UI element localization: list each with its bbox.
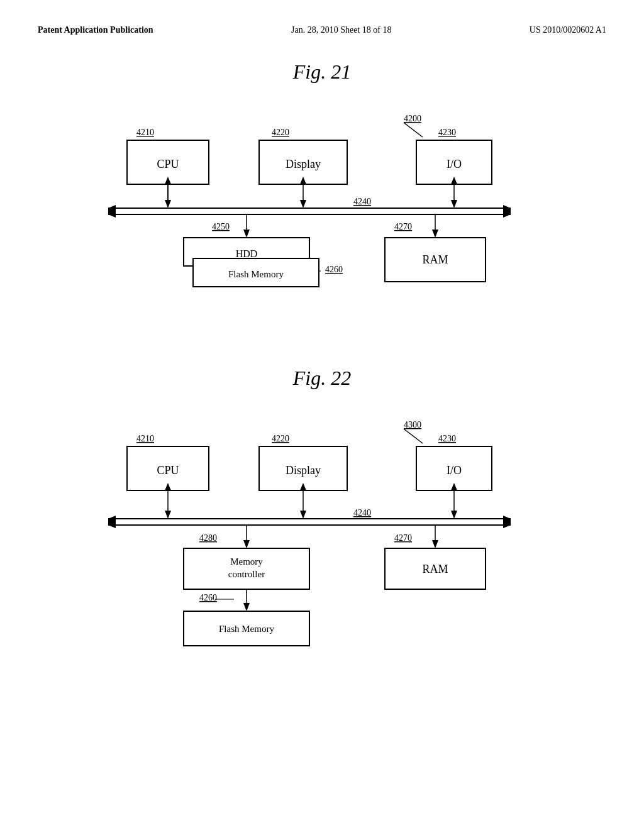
fig22-memctrl-label2: controller <box>228 569 265 579</box>
fig21-hdd-label: HDD <box>236 248 258 259</box>
fig21-diagram: 4200 CPU 4210 Display 4220 I/O 4230 <box>102 102 542 310</box>
fig21-cpu-label: CPU <box>157 158 179 170</box>
svg-marker-27 <box>451 511 457 519</box>
fig21-ref-4260a: 4260 <box>325 265 343 274</box>
svg-marker-34 <box>243 540 250 548</box>
svg-marker-5 <box>300 200 306 208</box>
fig22-diagram: 4300 CPU 4210 Display 4220 I/O 4230 <box>102 409 542 673</box>
svg-marker-12 <box>108 205 116 218</box>
svg-marker-18 <box>432 230 438 238</box>
fig22-ref-4220: 4220 <box>272 434 289 443</box>
fig22-ref-4210: 4210 <box>136 434 154 443</box>
header: Patent Application Publication Jan. 28, … <box>38 25 606 35</box>
fig21-display-label: Display <box>286 158 321 170</box>
fig21-ram-label: RAM <box>422 253 448 266</box>
fig22-section: Fig. 22 4300 CPU 4210 Display 4220 I/O <box>38 367 606 673</box>
fig21-ref-4220a: 4220 <box>272 128 289 137</box>
fig22-ref-4240: 4240 <box>353 508 371 517</box>
fig22-display-label: Display <box>286 464 321 477</box>
svg-marker-24 <box>300 511 306 519</box>
fig22-flash-label: Flash Memory <box>219 624 274 634</box>
fig21-ref-4250: 4250 <box>212 222 230 231</box>
header-center: Jan. 28, 2010 Sheet 18 of 18 <box>291 25 391 35</box>
fig21-ref-4200: 4200 <box>404 114 421 123</box>
fig21-title: Fig. 21 <box>38 60 606 84</box>
fig21-ref-4230a: 4230 <box>438 128 456 137</box>
svg-line-0 <box>404 123 423 137</box>
header-left: Patent Application Publication <box>38 25 153 35</box>
fig22-ref-4270: 4270 <box>394 533 412 543</box>
svg-marker-39 <box>432 540 438 548</box>
fig22-io-label: I/O <box>447 464 462 477</box>
fig21-svg: 4200 CPU 4210 Display 4220 I/O 4230 <box>102 102 542 310</box>
svg-marker-21 <box>165 511 171 519</box>
svg-marker-37 <box>243 603 250 611</box>
fig21-ref-4210a: 4210 <box>136 128 154 137</box>
svg-marker-15 <box>243 230 250 238</box>
svg-line-19 <box>404 429 423 443</box>
fig21-flash-label: Flash Memory <box>228 269 284 279</box>
fig22-memctrl-label1: Memory <box>230 556 263 567</box>
fig22-cpu-label: CPU <box>157 464 179 477</box>
svg-marker-8 <box>451 200 457 208</box>
fig22-ref-4300: 4300 <box>404 420 421 429</box>
fig22-svg: 4300 CPU 4210 Display 4220 I/O 4230 <box>102 409 542 673</box>
header-right: US 2010/0020602 A1 <box>530 25 606 35</box>
svg-marker-32 <box>503 516 511 528</box>
svg-marker-13 <box>503 205 511 218</box>
fig21-ref-4240a: 4240 <box>353 197 371 206</box>
fig22-ram-label: RAM <box>422 563 448 575</box>
fig22-title: Fig. 22 <box>38 367 606 390</box>
fig21-ref-4270a: 4270 <box>394 222 412 231</box>
fig22-ref-4230: 4230 <box>438 434 456 443</box>
fig21-io-label: I/O <box>447 158 462 170</box>
page: Patent Application Publication Jan. 28, … <box>0 0 644 830</box>
svg-marker-31 <box>108 516 116 528</box>
fig22-ref-4280: 4280 <box>199 533 217 543</box>
fig21-section: Fig. 21 4200 CPU 4210 Display 4220 I/O <box>38 60 606 310</box>
fig22-ref-4260: 4260 <box>199 593 217 602</box>
